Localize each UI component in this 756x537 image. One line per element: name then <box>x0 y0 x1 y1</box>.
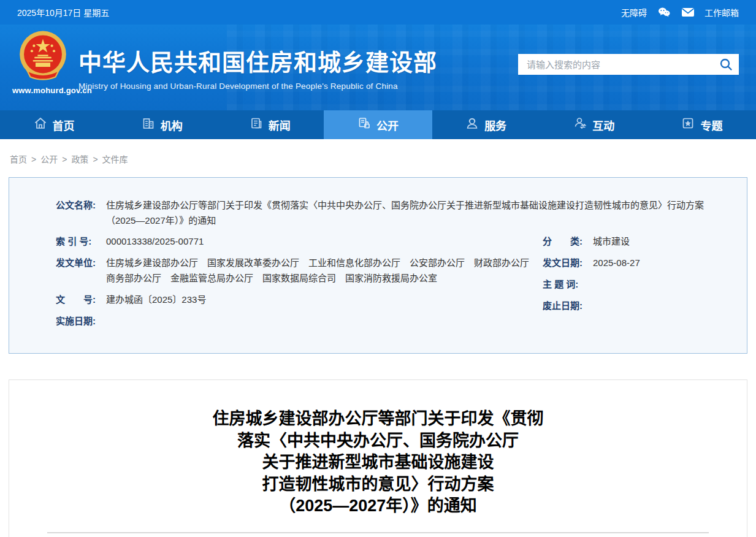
wechat-icon[interactable] <box>657 5 671 20</box>
main-nav: 首页 机构 新闻 公开 服务 互动 专题 <box>0 110 756 139</box>
breadcrumb-policy[interactable]: 政策 <box>71 154 88 164</box>
interact-icon <box>573 116 587 133</box>
breadcrumb-disclosure[interactable]: 公开 <box>40 154 58 164</box>
nav-item-services[interactable]: 服务 <box>432 110 540 139</box>
nav-item-home[interactable]: 首页 <box>0 110 108 139</box>
meta-row-doc-number: 文 号: 建办城函〔2025〕233号 <box>56 292 540 307</box>
envelope-icon[interactable] <box>681 7 695 17</box>
page: 2025年10月17日 星期五 无障碍 工作邮箱 <box>0 0 756 537</box>
topic-icon <box>681 116 695 133</box>
topbar: 2025年10月17日 星期五 无障碍 工作邮箱 <box>0 0 756 25</box>
meta-row-subject-words: 主 题 词: <box>543 276 706 292</box>
search-icon[interactable] <box>719 58 733 71</box>
meta-row-index-number: 索 引 号: 000013338/2025-00771 <box>56 234 540 249</box>
nav-item-organization[interactable]: 机构 <box>108 110 216 139</box>
site-title-english: Ministry of Housing and Urban-Rural Deve… <box>78 82 437 91</box>
meta-row-doc-name: 公文名称: 住房城乡建设部办公厅等部门关于印发《贯彻落实〈中共中央办公厅、国务院… <box>56 197 706 228</box>
nav-item-topics[interactable]: 专题 <box>648 110 756 139</box>
breadcrumb-home[interactable]: 首页 <box>10 154 27 164</box>
nav-item-news[interactable]: 新闻 <box>216 110 324 139</box>
document-title: 住房城乡建设部办公厅等部门关于印发《贯彻 落实〈中共中央办公厅、国务院办公厅 关… <box>46 408 710 517</box>
org-icon <box>142 116 155 133</box>
news-icon <box>250 116 263 133</box>
breadcrumb-library[interactable]: 文件库 <box>102 154 128 164</box>
article-box: 住房城乡建设部办公厅等部门关于印发《贯彻 落实〈中共中央办公厅、国务院办公厅 关… <box>9 379 747 537</box>
accessibility-link[interactable]: 无障碍 <box>621 6 647 18</box>
search-box <box>518 54 739 75</box>
doc-name-label: 公文名称: <box>56 197 100 228</box>
home-icon <box>34 116 47 133</box>
service-icon <box>465 116 479 133</box>
site-url: www.mohurd.gov.cn <box>12 86 74 95</box>
document-metadata-box: 公文名称: 住房城乡建设部办公厅等部门关于印发《贯彻落实〈中共中央办公厅、国务院… <box>9 177 747 354</box>
site-logo[interactable]: www.mohurd.gov.cn <box>12 29 74 95</box>
disclosure-icon <box>357 116 371 133</box>
nav-item-interaction[interactable]: 互动 <box>540 110 648 139</box>
divider <box>47 532 709 533</box>
meta-row-category: 分 类: 城市建设 <box>543 234 706 249</box>
meta-row-issue-date: 发文日期: 2025-08-27 <box>543 255 706 270</box>
meta-row-issuing-unit: 发文单位: 住房城乡建设部办公厅 国家发展改革委办公厅 工业和信息化部办公厅 公… <box>56 255 540 286</box>
meta-row-implementation-date: 实施日期: <box>56 313 540 329</box>
work-email-link[interactable]: 工作邮箱 <box>704 6 739 18</box>
current-date: 2025年10月17日 星期五 <box>17 6 109 18</box>
search-input[interactable] <box>527 59 719 70</box>
doc-name-value: 住房城乡建设部办公厅等部门关于印发《贯彻落实〈中共中央办公厅、国务院办公厅关于推… <box>106 197 706 228</box>
breadcrumb: 首页>公开>政策>文件库 <box>0 139 756 177</box>
site-header: www.mohurd.gov.cn 中华人民共和国住房和城乡建设部 Minist… <box>0 25 756 110</box>
nav-item-disclosure[interactable]: 公开 <box>324 110 432 139</box>
site-title: 中华人民共和国住房和城乡建设部 <box>78 50 437 76</box>
national-emblem-icon <box>17 74 69 84</box>
meta-row-abolition-date: 废止日期: <box>543 298 706 313</box>
